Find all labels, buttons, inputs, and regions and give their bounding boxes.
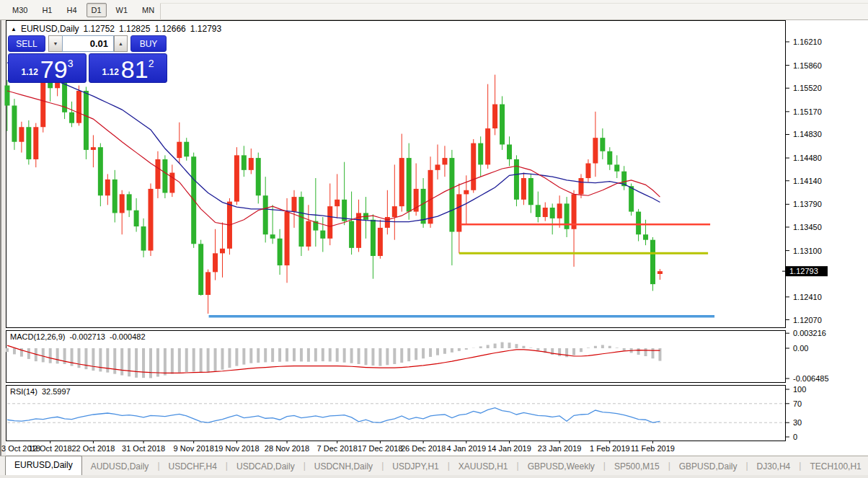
price-axis-label: 1.12410 (793, 293, 822, 301)
buy-price-box[interactable]: 1.12 81 2 (89, 53, 167, 83)
macd-indicator-label: MACD(12,26,9) -0.002713 -0.000482 (10, 332, 146, 341)
candlestick[interactable] (514, 155, 519, 206)
window-left-edge (0, 20, 1, 475)
candlestick[interactable] (162, 155, 167, 198)
price-axis-label: 1.14140 (793, 177, 822, 185)
chart-background (6, 20, 868, 455)
one-click-trading-panel: SELL ▼ 0.01 ▲ BUY 1.12 79 3 1.12 81 2 (8, 35, 169, 83)
collapse-arrow-icon[interactable]: ▲ (11, 26, 17, 32)
tab-eurusd-daily[interactable]: EURUSD,Daily (5, 456, 82, 475)
chart-symbol-header: ▲ EURUSD,Daily 1.12752 1.12825 1.12666 1… (11, 24, 221, 34)
price-axis-label: 1.13790 (793, 200, 822, 208)
timeframe-button-w1[interactable]: W1 (111, 3, 133, 17)
price-axis-label: 1.15520 (793, 84, 822, 92)
macd-axis-label: 0.003216 (793, 329, 826, 337)
candlestick[interactable] (650, 237, 655, 291)
price-axis-label: 1.14830 (793, 130, 822, 138)
volume-decrease-button[interactable]: ▼ (48, 35, 62, 52)
candlestick[interactable] (234, 147, 239, 205)
candlestick[interactable] (227, 198, 232, 255)
price-axis-label: 1.13100 (793, 247, 822, 255)
tab-usdcnh-daily[interactable]: USDCNH,Daily (306, 458, 381, 475)
tab-dj30-h4[interactable]: DJ30,H4 (748, 458, 800, 475)
tab-audusd-daily[interactable]: AUDUSD,Daily (82, 458, 158, 475)
rsi-value: 32.5997 (42, 387, 71, 396)
price-axis-label: 1.13450 (793, 223, 822, 231)
date-axis-label: 19 Nov 2018 (214, 444, 259, 453)
date-axis-label: 22 Oct 2018 (71, 444, 115, 453)
date-axis-label: 14 Jan 2019 (487, 444, 531, 453)
candlestick[interactable] (76, 86, 81, 126)
macd-main-value: -0.002713 (69, 332, 105, 341)
tab-sp500-m15[interactable]: SP500,M15 (606, 458, 668, 475)
timeframe-button-h1[interactable]: H1 (37, 3, 57, 17)
date-axis-label: 12 Oct 2018 (29, 444, 72, 453)
date-axis-label: 28 Nov 2018 (265, 444, 309, 453)
volume-input[interactable]: 0.01 (62, 35, 114, 52)
date-axis-label: 9 Nov 2018 (174, 444, 214, 453)
window-bottom-strip (0, 475, 868, 478)
candlestick[interactable] (298, 192, 304, 256)
timeframe-toolbar: M30H1H4D1W1MN (0, 0, 868, 20)
volume-increase-button[interactable]: ▲ (114, 35, 128, 52)
rsi-axis-label: 0 (793, 433, 797, 441)
current-price-label: 1.12793 (789, 267, 818, 275)
sell-button[interactable]: SELL (8, 35, 45, 52)
buy-price-pipette: 2 (149, 58, 154, 69)
date-axis-label: 7 Dec 2018 (317, 444, 358, 453)
candlestick[interactable] (84, 87, 89, 159)
macd-signal-value: -0.000482 (110, 332, 146, 341)
rsi-axis-label: 70 (793, 399, 802, 408)
macd-axis-label: -0.006485 (793, 374, 829, 383)
rsi-indicator-label: RSI(14) 32.5997 (10, 387, 71, 396)
tab-usdchf-h4[interactable]: USDCHF,H4 (160, 458, 226, 475)
tab-gbpusd-daily[interactable]: GBPUSD,Daily (670, 458, 746, 475)
tab-tech100-h1[interactable]: TECH100,H1 (801, 458, 868, 475)
date-axis-label: 23 Jan 2019 (538, 444, 582, 453)
timeframe-button-h4[interactable]: H4 (61, 3, 81, 17)
symbol-name: EURUSD,Daily (21, 24, 79, 34)
price-axis-label: 1.15860 (793, 61, 822, 70)
date-axis-label: 1 Feb 2019 (590, 444, 630, 453)
rsi-axis-label: 30 (793, 418, 802, 427)
macd-name: MACD(12,26,9) (10, 332, 65, 341)
ohlc-open: 1.12752 (84, 24, 115, 34)
chevron-up-icon: ▲ (118, 41, 123, 46)
tab-gbpusd-weekly[interactable]: GBPUSD,Weekly (519, 458, 603, 475)
candlestick[interactable] (40, 76, 45, 132)
timeframe-button-mn[interactable]: MN (137, 3, 159, 17)
sell-price-prefix: 1.12 (22, 67, 38, 77)
candlestick[interactable] (198, 240, 203, 296)
date-axis-label: 26 Dec 2018 (401, 444, 446, 453)
ohlc-low: 1.12666 (154, 24, 185, 34)
rsi-axis-label: 100 (793, 385, 806, 394)
toolbar-divider-line (160, 3, 868, 4)
buy-price-digits: 81 (121, 58, 149, 80)
ohlc-close: 1.12793 (190, 24, 221, 34)
ohlc-high: 1.12825 (119, 24, 150, 34)
timeframe-button-m30[interactable]: M30 (7, 3, 32, 17)
sell-price-digits: 79 (40, 58, 68, 80)
candlestick[interactable] (149, 183, 154, 256)
chart-tabs-bar: EURUSD,DailyAUDUSD,Daily|USDCHF,H4|USDCA… (0, 456, 868, 475)
rsi-name: RSI(14) (10, 387, 37, 396)
sell-price-pipette: 3 (68, 58, 74, 69)
sell-price-box[interactable]: 1.12 79 3 (8, 53, 87, 83)
candlestick[interactable] (471, 139, 476, 192)
buy-button[interactable]: BUY (130, 35, 167, 52)
price-axis-label: 1.15170 (793, 107, 822, 116)
price-axis-label: 1.12070 (793, 316, 822, 324)
tab-usdjpy-h1[interactable]: USDJPY,H1 (384, 458, 447, 475)
date-axis-label: 4 Jan 2019 (447, 444, 486, 453)
timeframe-button-d1[interactable]: D1 (87, 3, 107, 17)
price-axis-label: 1.16210 (793, 37, 822, 46)
date-axis-label: 11 Feb 2019 (631, 444, 675, 453)
tab-usdcad-daily[interactable]: USDCAD,Daily (228, 458, 304, 475)
candlestick[interactable] (500, 96, 505, 149)
tab-xauusd-h1[interactable]: XAUUSD,H1 (450, 458, 517, 475)
buy-price-prefix: 1.12 (102, 67, 119, 77)
date-axis-label: 17 Dec 2018 (358, 444, 402, 453)
date-axis-label: 31 Oct 2018 (122, 444, 165, 453)
price-axis-label: 1.14480 (793, 154, 822, 162)
chevron-down-icon: ▼ (53, 41, 58, 46)
